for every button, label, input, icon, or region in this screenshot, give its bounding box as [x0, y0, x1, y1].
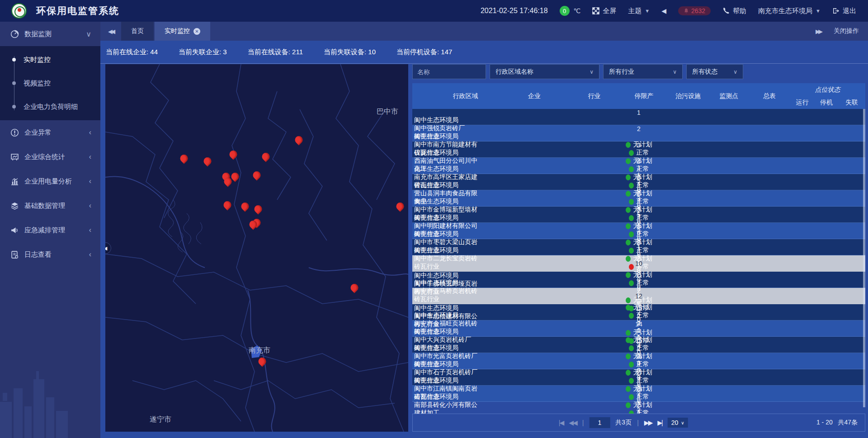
tab-label: 首页	[131, 27, 144, 35]
status-dot-green	[626, 402, 631, 408]
cell-rownum: 17	[412, 369, 865, 377]
sidebar-item-7[interactable]: 日志查看‹	[0, 242, 100, 267]
column-subheader-停机: 停机	[815, 99, 838, 107]
total-count-label: 共47条	[838, 419, 858, 426]
sidebar-item-5[interactable]: 基础数据管理‹	[0, 193, 100, 218]
sidebar-subitem[interactable]: 实时监控	[0, 48, 100, 71]
close-icon[interactable]: ✕	[193, 28, 200, 35]
table-row[interactable]: 1阆中生态环境局阆中强锐页岩砖厂砖瓦行业无计划正常21120	[412, 109, 865, 125]
prev-page-button[interactable]: ◀◀	[569, 419, 577, 426]
sidebar-item-1[interactable]: 数据监测∨	[0, 22, 100, 46]
organization-menu[interactable]: 南充市生态环境局 ▼	[758, 7, 821, 15]
cell-rownum: 9	[412, 239, 865, 246]
next-page-button[interactable]: ▶▶	[644, 419, 652, 426]
app-title: 环保用电监管系统	[36, 5, 119, 17]
sidebar-submenu: 实时监控视频监控企业电力负荷明细	[0, 46, 100, 120]
status-dot-green	[629, 345, 634, 351]
fullscreen-button[interactable]: 全屏	[592, 7, 616, 15]
first-page-button[interactable]: |◀	[559, 419, 563, 426]
chevron-icon: ‹	[89, 128, 91, 137]
sidebar-subitem[interactable]: 企业电力负荷明细	[0, 95, 100, 118]
skyline-decoration	[0, 348, 100, 438]
gauge-icon	[9, 30, 20, 38]
page-size-select[interactable]: 20 ∨	[668, 418, 688, 428]
region-select[interactable]: 行政区域名称 ∨	[490, 64, 599, 79]
status-dot-green	[626, 191, 631, 197]
name-search-input[interactable]	[412, 64, 486, 79]
pager-divider: |	[582, 419, 584, 426]
notification-badge[interactable]: 2632	[678, 6, 711, 15]
sidebar-item-6[interactable]: 应急减排管理‹	[0, 218, 100, 242]
status-dot-green	[626, 272, 631, 278]
sidebar-item-4[interactable]: 企业用电量分析‹	[0, 169, 100, 193]
cell-rownum: 12	[412, 288, 865, 304]
page-size-value: 20	[671, 419, 679, 426]
bell-icon	[684, 8, 689, 14]
map-city-label: 巴中市	[377, 107, 398, 116]
table-row[interactable]: 2阆中生态环境局阆中市南方节能建材有砖瓦行业无计划正常21030	[412, 125, 865, 141]
page-number-input[interactable]	[589, 417, 610, 428]
logout-label: 退出	[843, 7, 856, 15]
cell-rownum: 13	[412, 304, 865, 311]
theme-menu[interactable]: 主题 ▼	[628, 7, 650, 15]
column-group-header: 点位状态	[790, 86, 865, 94]
sidebar-item-label: 企业用电量分析	[24, 177, 72, 186]
status-dot-green	[629, 378, 634, 384]
total-pages-label: 共3页	[615, 419, 632, 427]
status-select-value: 所有状态	[692, 68, 717, 76]
sound-toggle[interactable]: ◀	[661, 7, 666, 14]
help-button[interactable]: 帮助	[722, 7, 746, 15]
last-page-button[interactable]: ▶|	[657, 419, 662, 426]
close-operations-button[interactable]: 关闭操作	[834, 27, 859, 35]
stats-icon	[9, 153, 20, 161]
tab-1[interactable]: 首页	[121, 22, 154, 41]
logout-button[interactable]: 退出	[832, 7, 856, 15]
tabs-scroll-right-button[interactable]: ▶▶	[816, 28, 821, 35]
speaker-icon: ◀	[661, 7, 666, 14]
chevron-icon: ‹	[89, 177, 91, 185]
sidebar-item-2[interactable]: 企业异常‹	[0, 120, 100, 145]
stat-当前失联设备: 当前失联设备: 10	[324, 48, 376, 57]
column-header-停限产: 停限产	[620, 92, 668, 100]
table-row[interactable]: 10阆中生态环境局阆中千佛镇五郎垭页岩砖瓦行业无计划正常21003	[412, 255, 865, 272]
status-dot-green	[629, 231, 634, 237]
status-dot-green	[626, 174, 631, 180]
tabs: 首页实时监控✕	[121, 22, 211, 41]
status-select[interactable]: 所有状态 ∨	[686, 64, 743, 79]
layers-icon	[9, 202, 20, 210]
sidebar: 数据监测∨实时监控视频监控企业电力负荷明细企业异常‹企业综合统计‹企业用电量分析…	[0, 22, 100, 438]
column-header-总表: 总表	[749, 92, 790, 100]
app-logo	[8, 3, 30, 19]
sidebar-item-label: 企业异常	[24, 128, 52, 137]
status-dot-green	[629, 248, 634, 254]
map-panel[interactable]: 巴中市南充市遂宁市 ◀	[105, 64, 408, 432]
column-header-监测点: 监测点	[708, 92, 749, 100]
status-dot-green	[629, 313, 634, 319]
sidebar-subitem[interactable]: 视频监控	[0, 71, 100, 95]
alert-icon	[9, 128, 20, 137]
sidebar-subitem-label: 实时监控	[24, 56, 51, 64]
sidebar-item-3[interactable]: 企业综合统计‹	[0, 145, 100, 169]
enterprise-table: 行政区域企业行业停限产治污设施监测点总表点位状态运行停机失联 1阆中生态环境局阆…	[412, 83, 865, 432]
tabbar: ◀◀ 首页实时监控✕ ▶▶ 关闭操作	[100, 22, 868, 41]
status-dot-red	[629, 264, 634, 270]
region-select-value: 行政区域名称	[495, 68, 533, 76]
status-dot-green	[626, 305, 631, 311]
data-panel: 行政区域名称 ∨ 所有行业 ∨ 所有状态 ∨ 行政区域企业行业停限产治污设施监测…	[412, 64, 865, 432]
table-body: 1阆中生态环境局阆中强锐页岩砖厂砖瓦行业无计划正常211202阆中生态环境局阆中…	[412, 109, 865, 402]
content-area: 当前在线企业: 44当前失联企业: 3当前在线设备: 211当前失联设备: 10…	[100, 41, 868, 438]
cell-rownum: 11	[412, 272, 865, 279]
chevron-icon: ‹	[89, 153, 91, 161]
cell-rownum: 1	[412, 109, 865, 116]
sidebar-menu: 数据监测∨实时监控视频监控企业电力负荷明细企业异常‹企业综合统计‹企业用电量分析…	[0, 22, 100, 267]
table-scrollbar[interactable]	[863, 109, 865, 407]
tabs-scroll-left-button[interactable]: ◀◀	[100, 22, 121, 41]
industry-select[interactable]: 所有行业 ∨	[603, 64, 683, 79]
temperature-badge: 0	[560, 6, 570, 16]
cell-rownum: 15	[412, 337, 865, 344]
tab-2[interactable]: 实时监控✕	[155, 22, 210, 41]
log-icon	[9, 250, 20, 259]
table-row[interactable]: 12阆中生态环境局阆中市忠信建材有限公砖瓦行业无计划正常21003	[412, 288, 865, 304]
sidebar-item-label: 应急减排管理	[24, 226, 65, 235]
status-dot-green	[626, 297, 631, 303]
